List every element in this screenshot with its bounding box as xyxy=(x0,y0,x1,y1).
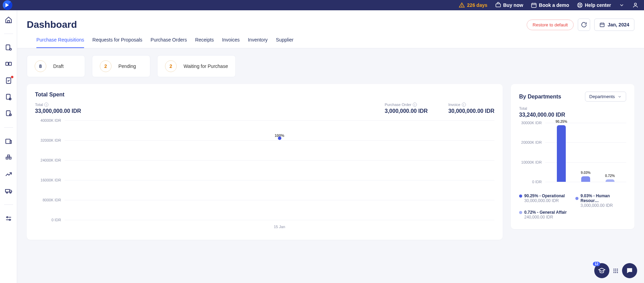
tab-inventory[interactable]: Inventory xyxy=(248,37,268,48)
grid-line xyxy=(65,160,494,161)
chevron-down-icon xyxy=(618,95,622,99)
status-cards-row: 8Draft2Pending2Waiting for Purchase xyxy=(27,55,634,77)
metric-label: Totali xyxy=(35,103,81,107)
sidebar-shipping-icon[interactable] xyxy=(4,187,13,195)
bar: 9.03% xyxy=(581,176,590,182)
warning-icon xyxy=(459,2,465,8)
date-picker-label: Jan, 2024 xyxy=(608,22,629,27)
tab-supplier[interactable]: Supplier xyxy=(276,37,293,48)
svg-point-16 xyxy=(9,48,11,50)
sidebar-orders-icon[interactable] xyxy=(4,76,13,85)
page-title: Dashboard xyxy=(27,19,77,30)
svg-rect-23 xyxy=(5,139,10,144)
svg-rect-24 xyxy=(10,140,11,143)
bar-percent-label: 9.03% xyxy=(581,171,590,175)
svg-point-29 xyxy=(6,192,8,193)
academy-fab[interactable]: 12 xyxy=(594,263,609,278)
by-departments-title: By Departments xyxy=(519,94,561,100)
sidebar-invoices-icon[interactable] xyxy=(4,109,13,118)
chat-icon xyxy=(626,267,633,274)
sidebar-divider xyxy=(4,34,13,34)
x-axis-tick: 15 Jan xyxy=(274,225,285,229)
svg-rect-18 xyxy=(9,62,11,66)
tab-requests-for-proposals[interactable]: Requests for Proposals xyxy=(92,37,142,48)
tab-purchase-orders[interactable]: Purchase Orders xyxy=(151,37,187,48)
sidebar-settings-icon[interactable] xyxy=(4,214,13,223)
tab-receipts[interactable]: Receipts xyxy=(195,37,214,48)
refresh-button[interactable] xyxy=(578,19,590,31)
departments-select[interactable]: Departments xyxy=(585,92,626,102)
data-point xyxy=(278,137,281,140)
sidebar-receipts-icon[interactable] xyxy=(4,93,13,101)
info-icon: i xyxy=(44,103,48,107)
book-demo-button[interactable]: Book a demo xyxy=(531,2,569,8)
lifebuoy-icon xyxy=(577,2,583,8)
legend-item: 9.03% - Human Resour…3,000,000.00 IDR xyxy=(575,193,626,208)
svg-rect-3 xyxy=(531,3,536,8)
y-axis-tick: 20000K IDR xyxy=(521,140,542,144)
metrics-row: Totali33,000,000.00 IDRPurchase Orderi3,… xyxy=(35,103,494,114)
dept-total-label: Total xyxy=(519,106,626,110)
sidebar-requisition-icon[interactable] xyxy=(4,44,13,52)
metric-value: 33,000,000.00 IDR xyxy=(35,108,81,114)
legend-name: 9.03% - Human Resour… xyxy=(581,193,626,203)
y-axis-tick: 8000K IDR xyxy=(43,198,61,202)
status-label: Pending xyxy=(118,63,136,69)
chat-fab[interactable] xyxy=(622,263,637,278)
y-axis-tick: 32000K IDR xyxy=(40,138,61,142)
restore-default-button[interactable]: Restore to default xyxy=(527,20,574,30)
svg-line-9 xyxy=(578,3,579,4)
svg-point-1 xyxy=(462,6,462,7)
topbar: 226 days Buy now Book a demo Help center xyxy=(0,0,644,10)
status-count: 2 xyxy=(165,60,177,72)
help-center-button[interactable]: Help center xyxy=(577,2,611,8)
legend-swatch-icon xyxy=(519,194,522,198)
svg-point-31 xyxy=(7,217,8,218)
sidebar-billing-icon[interactable] xyxy=(4,137,13,145)
legend-amount: 30,000,000.00 IDR xyxy=(524,198,570,203)
sidebar-divider xyxy=(4,127,13,128)
svg-rect-37 xyxy=(600,23,604,27)
legend-item: 90.25% - Operational30,000,000.00 IDR xyxy=(519,193,570,208)
dept-total-value: 33,240,000.00 IDR xyxy=(519,112,626,118)
status-label: Draft xyxy=(53,63,63,69)
svg-line-10 xyxy=(581,6,582,7)
apps-grid-icon[interactable] xyxy=(613,269,618,273)
grid-line xyxy=(545,182,626,182)
status-count: 8 xyxy=(35,60,46,72)
chevron-down-icon[interactable] xyxy=(619,2,625,8)
date-picker-button[interactable]: Jan, 2024 xyxy=(594,19,634,31)
user-icon[interactable] xyxy=(632,2,639,8)
logo-icon xyxy=(3,0,12,10)
svg-rect-26 xyxy=(9,157,11,159)
status-card[interactable]: 8Draft xyxy=(27,55,85,77)
y-axis-tick: 10000K IDR xyxy=(521,160,542,164)
status-card[interactable]: 2Waiting for Purchase xyxy=(157,55,236,77)
info-icon: i xyxy=(413,103,417,107)
status-card[interactable]: 2Pending xyxy=(92,55,150,77)
help-center-label: Help center xyxy=(585,2,611,8)
departments-select-label: Departments xyxy=(589,94,615,99)
svg-rect-17 xyxy=(5,62,8,66)
y-axis-tick: 0 IDR xyxy=(532,180,542,184)
sidebar-rfp-icon[interactable] xyxy=(4,60,13,68)
tab-purchase-requisitions[interactable]: Purchase Requisitions xyxy=(36,37,84,48)
legend-amount: 3,000,000.00 IDR xyxy=(581,203,626,208)
main-content: Dashboard Restore to default Jan, 2024 P… xyxy=(17,10,644,283)
legend-swatch-icon xyxy=(575,197,578,200)
buy-now-button[interactable]: Buy now xyxy=(495,2,523,8)
sidebar-inventory-icon[interactable] xyxy=(4,154,13,162)
svg-point-8 xyxy=(579,4,581,6)
y-axis-tick: 16000K IDR xyxy=(40,178,61,182)
trial-days[interactable]: 226 days xyxy=(459,2,487,8)
sidebar-home-icon[interactable] xyxy=(4,16,13,24)
tab-invoices[interactable]: Invoices xyxy=(222,37,239,48)
svg-point-30 xyxy=(10,192,11,193)
sidebar-analytics-icon[interactable] xyxy=(4,170,13,178)
bar: 0.72% xyxy=(606,179,614,182)
page-header: Dashboard Restore to default Jan, 2024 P… xyxy=(17,10,644,48)
fab-badge-count: 12 xyxy=(593,262,600,266)
svg-point-34 xyxy=(9,219,10,221)
bar: 90.25% xyxy=(557,125,566,182)
svg-rect-25 xyxy=(6,157,8,159)
